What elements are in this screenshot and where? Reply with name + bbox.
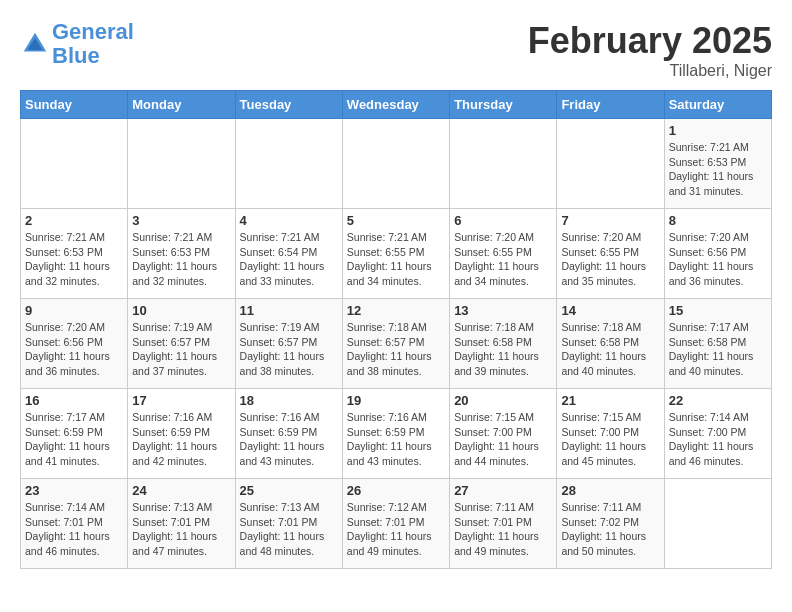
calendar-cell	[342, 119, 449, 209]
calendar-cell: 17Sunrise: 7:16 AM Sunset: 6:59 PM Dayli…	[128, 389, 235, 479]
day-info: Sunrise: 7:21 AM Sunset: 6:53 PM Dayligh…	[669, 140, 767, 199]
logo-line1: General	[52, 19, 134, 44]
day-info: Sunrise: 7:14 AM Sunset: 7:00 PM Dayligh…	[669, 410, 767, 469]
day-info: Sunrise: 7:21 AM Sunset: 6:54 PM Dayligh…	[240, 230, 338, 289]
day-number: 26	[347, 483, 445, 498]
calendar-table: SundayMondayTuesdayWednesdayThursdayFrid…	[20, 90, 772, 569]
calendar-cell: 27Sunrise: 7:11 AM Sunset: 7:01 PM Dayli…	[450, 479, 557, 569]
calendar-cell: 1Sunrise: 7:21 AM Sunset: 6:53 PM Daylig…	[664, 119, 771, 209]
day-info: Sunrise: 7:17 AM Sunset: 6:59 PM Dayligh…	[25, 410, 123, 469]
day-number: 9	[25, 303, 123, 318]
day-number: 7	[561, 213, 659, 228]
day-number: 21	[561, 393, 659, 408]
logo-icon	[20, 29, 50, 59]
page-header: General Blue February 2025 Tillaberi, Ni…	[20, 20, 772, 80]
day-number: 4	[240, 213, 338, 228]
day-number: 6	[454, 213, 552, 228]
day-info: Sunrise: 7:21 AM Sunset: 6:53 PM Dayligh…	[25, 230, 123, 289]
calendar-cell: 7Sunrise: 7:20 AM Sunset: 6:55 PM Daylig…	[557, 209, 664, 299]
location: Tillaberi, Niger	[528, 62, 772, 80]
calendar-cell: 20Sunrise: 7:15 AM Sunset: 7:00 PM Dayli…	[450, 389, 557, 479]
logo: General Blue	[20, 20, 134, 68]
day-info: Sunrise: 7:16 AM Sunset: 6:59 PM Dayligh…	[347, 410, 445, 469]
weekday-header: Wednesday	[342, 91, 449, 119]
day-number: 23	[25, 483, 123, 498]
day-number: 25	[240, 483, 338, 498]
calendar-cell	[450, 119, 557, 209]
logo-text: General Blue	[52, 20, 134, 68]
calendar-cell: 4Sunrise: 7:21 AM Sunset: 6:54 PM Daylig…	[235, 209, 342, 299]
day-number: 17	[132, 393, 230, 408]
day-info: Sunrise: 7:19 AM Sunset: 6:57 PM Dayligh…	[240, 320, 338, 379]
day-info: Sunrise: 7:20 AM Sunset: 6:56 PM Dayligh…	[669, 230, 767, 289]
day-number: 19	[347, 393, 445, 408]
day-info: Sunrise: 7:11 AM Sunset: 7:01 PM Dayligh…	[454, 500, 552, 559]
day-info: Sunrise: 7:19 AM Sunset: 6:57 PM Dayligh…	[132, 320, 230, 379]
calendar-cell: 2Sunrise: 7:21 AM Sunset: 6:53 PM Daylig…	[21, 209, 128, 299]
day-info: Sunrise: 7:15 AM Sunset: 7:00 PM Dayligh…	[561, 410, 659, 469]
day-info: Sunrise: 7:12 AM Sunset: 7:01 PM Dayligh…	[347, 500, 445, 559]
day-number: 5	[347, 213, 445, 228]
day-number: 11	[240, 303, 338, 318]
calendar-cell: 12Sunrise: 7:18 AM Sunset: 6:57 PM Dayli…	[342, 299, 449, 389]
day-number: 16	[25, 393, 123, 408]
calendar-week-row: 9Sunrise: 7:20 AM Sunset: 6:56 PM Daylig…	[21, 299, 772, 389]
month-title: February 2025	[528, 20, 772, 62]
day-info: Sunrise: 7:14 AM Sunset: 7:01 PM Dayligh…	[25, 500, 123, 559]
day-number: 8	[669, 213, 767, 228]
day-number: 27	[454, 483, 552, 498]
calendar-cell: 18Sunrise: 7:16 AM Sunset: 6:59 PM Dayli…	[235, 389, 342, 479]
day-info: Sunrise: 7:21 AM Sunset: 6:53 PM Dayligh…	[132, 230, 230, 289]
day-info: Sunrise: 7:18 AM Sunset: 6:58 PM Dayligh…	[454, 320, 552, 379]
weekday-header-row: SundayMondayTuesdayWednesdayThursdayFrid…	[21, 91, 772, 119]
day-info: Sunrise: 7:18 AM Sunset: 6:58 PM Dayligh…	[561, 320, 659, 379]
day-info: Sunrise: 7:20 AM Sunset: 6:56 PM Dayligh…	[25, 320, 123, 379]
day-number: 15	[669, 303, 767, 318]
day-number: 12	[347, 303, 445, 318]
day-info: Sunrise: 7:13 AM Sunset: 7:01 PM Dayligh…	[240, 500, 338, 559]
calendar-cell	[21, 119, 128, 209]
calendar-cell: 6Sunrise: 7:20 AM Sunset: 6:55 PM Daylig…	[450, 209, 557, 299]
day-number: 2	[25, 213, 123, 228]
calendar-week-row: 16Sunrise: 7:17 AM Sunset: 6:59 PM Dayli…	[21, 389, 772, 479]
day-info: Sunrise: 7:21 AM Sunset: 6:55 PM Dayligh…	[347, 230, 445, 289]
day-info: Sunrise: 7:20 AM Sunset: 6:55 PM Dayligh…	[454, 230, 552, 289]
day-number: 24	[132, 483, 230, 498]
calendar-cell	[664, 479, 771, 569]
weekday-header: Saturday	[664, 91, 771, 119]
calendar-cell: 23Sunrise: 7:14 AM Sunset: 7:01 PM Dayli…	[21, 479, 128, 569]
calendar-cell	[557, 119, 664, 209]
weekday-header: Tuesday	[235, 91, 342, 119]
calendar-cell: 5Sunrise: 7:21 AM Sunset: 6:55 PM Daylig…	[342, 209, 449, 299]
calendar-cell: 8Sunrise: 7:20 AM Sunset: 6:56 PM Daylig…	[664, 209, 771, 299]
calendar-cell: 24Sunrise: 7:13 AM Sunset: 7:01 PM Dayli…	[128, 479, 235, 569]
calendar-cell: 22Sunrise: 7:14 AM Sunset: 7:00 PM Dayli…	[664, 389, 771, 479]
calendar-cell: 14Sunrise: 7:18 AM Sunset: 6:58 PM Dayli…	[557, 299, 664, 389]
calendar-cell: 26Sunrise: 7:12 AM Sunset: 7:01 PM Dayli…	[342, 479, 449, 569]
logo-line2: Blue	[52, 43, 100, 68]
calendar-cell: 28Sunrise: 7:11 AM Sunset: 7:02 PM Dayli…	[557, 479, 664, 569]
calendar-cell: 11Sunrise: 7:19 AM Sunset: 6:57 PM Dayli…	[235, 299, 342, 389]
weekday-header: Sunday	[21, 91, 128, 119]
calendar-cell: 9Sunrise: 7:20 AM Sunset: 6:56 PM Daylig…	[21, 299, 128, 389]
weekday-header: Monday	[128, 91, 235, 119]
calendar-cell: 21Sunrise: 7:15 AM Sunset: 7:00 PM Dayli…	[557, 389, 664, 479]
day-info: Sunrise: 7:11 AM Sunset: 7:02 PM Dayligh…	[561, 500, 659, 559]
calendar-cell: 19Sunrise: 7:16 AM Sunset: 6:59 PM Dayli…	[342, 389, 449, 479]
day-number: 10	[132, 303, 230, 318]
calendar-week-row: 2Sunrise: 7:21 AM Sunset: 6:53 PM Daylig…	[21, 209, 772, 299]
day-info: Sunrise: 7:15 AM Sunset: 7:00 PM Dayligh…	[454, 410, 552, 469]
day-number: 28	[561, 483, 659, 498]
calendar-cell: 25Sunrise: 7:13 AM Sunset: 7:01 PM Dayli…	[235, 479, 342, 569]
calendar-cell	[128, 119, 235, 209]
day-number: 18	[240, 393, 338, 408]
day-number: 20	[454, 393, 552, 408]
calendar-cell: 16Sunrise: 7:17 AM Sunset: 6:59 PM Dayli…	[21, 389, 128, 479]
day-info: Sunrise: 7:18 AM Sunset: 6:57 PM Dayligh…	[347, 320, 445, 379]
calendar-week-row: 23Sunrise: 7:14 AM Sunset: 7:01 PM Dayli…	[21, 479, 772, 569]
weekday-header: Thursday	[450, 91, 557, 119]
title-block: February 2025 Tillaberi, Niger	[528, 20, 772, 80]
day-info: Sunrise: 7:17 AM Sunset: 6:58 PM Dayligh…	[669, 320, 767, 379]
day-number: 22	[669, 393, 767, 408]
calendar-week-row: 1Sunrise: 7:21 AM Sunset: 6:53 PM Daylig…	[21, 119, 772, 209]
